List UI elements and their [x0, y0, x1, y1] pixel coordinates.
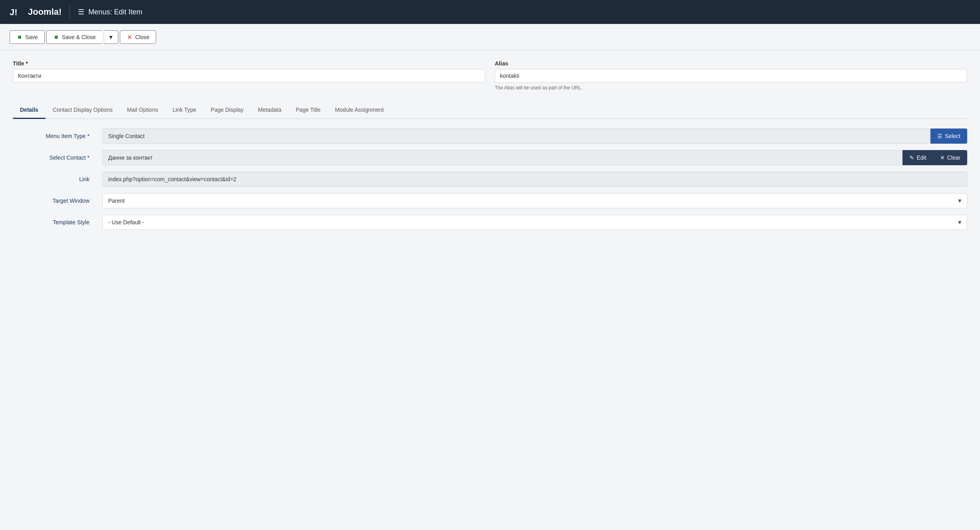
menu-item-type-value: Single Contact	[102, 129, 930, 144]
edit-icon: ✎	[909, 154, 914, 161]
menu-item-type-select-button[interactable]: ☰ Select	[930, 129, 967, 144]
menu-icon: ☰	[78, 8, 84, 16]
save-close-button[interactable]: ■ Save & Close	[46, 30, 102, 44]
title-group: Title *	[13, 60, 485, 91]
clear-contact-button[interactable]: ✕ Clear	[933, 150, 967, 165]
target-window-field: Parent New Window with Navigation New Wi…	[102, 193, 967, 208]
save-icon: ■	[16, 34, 23, 40]
page-title: ☰ Menus: Edit Item	[78, 8, 142, 16]
tab-page-title[interactable]: Page Title	[288, 102, 327, 119]
menu-item-type-field: Single Contact ☰ Select	[102, 129, 967, 144]
close-button[interactable]: ✕ Close	[120, 30, 157, 44]
title-label: Title *	[13, 60, 485, 67]
list-icon: ☰	[937, 133, 942, 139]
form-top-section: Title * Alias The Alias will be used as …	[13, 60, 967, 91]
main-content: Title * Alias The Alias will be used as …	[0, 51, 980, 530]
template-style-label: Template Style	[13, 219, 93, 225]
target-window-select[interactable]: Parent New Window with Navigation New Wi…	[102, 193, 967, 208]
tab-link-type[interactable]: Link Type	[165, 102, 204, 119]
topbar-divider	[69, 4, 70, 20]
svg-text:J!: J!	[10, 7, 18, 17]
tab-page-display[interactable]: Page Display	[204, 102, 251, 119]
save-dropdown-button[interactable]: ▼	[104, 30, 118, 44]
link-label: Link	[13, 176, 93, 182]
select-contact-field: Данни за контакт ✎ Edit ✕ Clear	[102, 150, 967, 165]
logo-text: Joomla!	[28, 7, 61, 17]
tab-details[interactable]: Details	[13, 102, 46, 119]
template-style-select[interactable]: - Use Default -	[102, 215, 967, 230]
alias-label: Alias	[495, 60, 967, 67]
details-section: Menu Item Type * Single Contact ☰ Select…	[13, 129, 967, 230]
logo[interactable]: J! Joomla!	[8, 4, 61, 20]
tabs: Details Contact Display Options Mail Opt…	[13, 102, 967, 119]
save-button[interactable]: ■ Save	[10, 30, 45, 44]
select-contact-label: Select Contact *	[13, 154, 93, 161]
alias-group: Alias The Alias will be used as part of …	[495, 60, 967, 91]
menu-item-type-label: Menu Item Type *	[13, 133, 93, 139]
title-input[interactable]	[13, 69, 485, 83]
tab-metadata[interactable]: Metadata	[251, 102, 288, 119]
target-window-label: Target Window	[13, 198, 93, 204]
target-window-wrapper: Parent New Window with Navigation New Wi…	[102, 193, 967, 208]
template-style-field: - Use Default - ▼	[102, 215, 967, 230]
topbar: J! Joomla! ☰ Menus: Edit Item	[0, 0, 980, 24]
template-style-wrapper: - Use Default - ▼	[102, 215, 967, 230]
tab-mail-options[interactable]: Mail Options	[120, 102, 165, 119]
toolbar: ■ Save ■ Save & Close ▼ ✕ Close	[0, 24, 980, 51]
link-field: index.php?option=com_contact&view=contac…	[102, 172, 967, 187]
select-contact-value: Данни за контакт	[102, 150, 903, 165]
save-close-icon: ■	[53, 34, 60, 40]
close-icon: ✕	[127, 34, 133, 40]
alias-input[interactable]	[495, 69, 967, 83]
tab-module-assignment[interactable]: Module Assignment	[328, 102, 391, 119]
link-value: index.php?option=com_contact&view=contac…	[102, 172, 967, 187]
edit-contact-button[interactable]: ✎ Edit	[903, 150, 933, 165]
tab-contact-display[interactable]: Contact Display Options	[46, 102, 120, 119]
chevron-down-icon: ▼	[108, 34, 114, 40]
joomla-logo-icon: J!	[8, 4, 24, 20]
clear-icon: ✕	[940, 154, 945, 161]
alias-hint: The Alias will be used as part of the UR…	[495, 85, 967, 91]
